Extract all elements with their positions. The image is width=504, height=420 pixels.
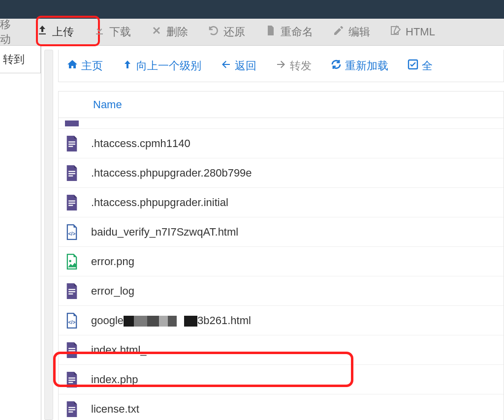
svg-text:</>: </> — [68, 319, 76, 325]
file-name: error.png — [91, 255, 134, 268]
file-name: .htaccess.phpupgrader.initial — [91, 196, 228, 209]
compose-icon — [390, 25, 402, 39]
main-toolbar: 移动 上传 下载 删除 还原 重命名 编辑 — [0, 19, 504, 46]
arrow-left-icon — [220, 59, 232, 73]
delete-button-label: 删除 — [166, 25, 188, 39]
upload-button[interactable]: 上传 — [27, 19, 84, 46]
file-doc-icon — [64, 165, 79, 181]
pencil-icon — [333, 25, 345, 39]
delete-icon — [151, 25, 162, 39]
file-icon — [265, 25, 277, 39]
upload-icon — [36, 25, 48, 39]
rename-button-label: 重命名 — [281, 25, 313, 39]
upload-button-label: 上传 — [52, 25, 74, 39]
svg-point-3 — [69, 260, 71, 262]
html-editor-button[interactable]: HTML — [380, 19, 445, 46]
file-row[interactable] — [59, 118, 504, 129]
file-doc-icon — [64, 371, 79, 388]
file-code-icon: </> — [64, 224, 79, 240]
file-name: index.php — [91, 373, 138, 386]
select-all-button[interactable]: 全 — [407, 59, 433, 73]
file-row[interactable]: index.php — [59, 365, 504, 394]
edit-button[interactable]: 编辑 — [323, 19, 380, 46]
file-name: google3b261.html — [91, 314, 251, 327]
file-name: baidu_verify_n7I7SzwqAT.html — [91, 226, 238, 239]
rename-button[interactable]: 重命名 — [255, 19, 323, 46]
file-doc-icon — [64, 283, 79, 300]
file-row[interactable]: error_log — [59, 276, 504, 306]
arrow-right-icon — [275, 59, 287, 73]
file-row[interactable]: error.png — [59, 247, 504, 276]
reload-button[interactable]: 重新加载 — [330, 59, 388, 73]
html-editor-button-label: HTML — [406, 26, 435, 38]
file-name: index.html_ — [91, 344, 147, 357]
file-image-icon — [64, 253, 79, 270]
forward-button-label: 转发 — [290, 59, 312, 73]
home-button[interactable]: 主页 — [66, 59, 103, 73]
file-row[interactable]: .htaccess.phpupgrader.280b799e — [59, 158, 504, 188]
up-level-button[interactable]: 向上一个级别 — [122, 59, 201, 73]
edit-button-label: 编辑 — [348, 25, 370, 39]
table-header-name[interactable]: Name — [59, 91, 504, 118]
arrow-up-icon — [122, 59, 133, 73]
left-sidebar: 转到 — [0, 46, 41, 420]
delete-button[interactable]: 删除 — [141, 19, 198, 46]
back-button[interactable]: 返回 — [220, 59, 256, 73]
file-code-icon: </> — [64, 312, 79, 329]
select-all-button-label: 全 — [422, 59, 433, 73]
svg-text:</>: </> — [68, 231, 76, 236]
file-row[interactable]: </>google3b261.html — [59, 306, 504, 335]
file-name: .htaccess.cpmh1140 — [91, 137, 190, 150]
undo-icon — [208, 25, 220, 39]
file-row[interactable]: license.txt — [59, 394, 504, 420]
navigation-toolbar: 主页 向上一个级别 返回 转发 — [58, 50, 504, 82]
check-square-icon — [407, 59, 419, 73]
home-icon — [66, 59, 78, 73]
restore-button-label: 还原 — [223, 25, 245, 39]
reload-button-label: 重新加载 — [345, 59, 388, 73]
file-name: .htaccess.phpupgrader.280b799e — [91, 167, 252, 180]
file-doc-icon — [64, 342, 79, 359]
up-level-button-label: 向上一个级别 — [136, 59, 201, 73]
back-button-label: 返回 — [235, 59, 256, 73]
window-titlebar — [0, 0, 504, 19]
file-doc-icon — [64, 135, 79, 152]
column-name-label: Name — [93, 98, 122, 111]
file-doc-icon — [64, 194, 79, 211]
file-row[interactable]: index.html_ — [59, 335, 504, 365]
move-button[interactable]: 移动 — [0, 19, 27, 46]
download-button[interactable]: 下载 — [84, 19, 141, 46]
move-button-label: 移动 — [0, 17, 17, 47]
file-name: license.txt — [91, 403, 139, 416]
restore-button[interactable]: 还原 — [198, 19, 255, 46]
sidebar-scrollbar[interactable] — [44, 50, 53, 420]
goto-button[interactable]: 转到 — [0, 46, 41, 73]
reload-icon — [330, 59, 342, 73]
download-button-label: 下载 — [109, 25, 131, 39]
file-row[interactable]: .htaccess.phpupgrader.initial — [59, 188, 504, 217]
file-table: Name .htaccess.cpmh1140.htaccess.phpupgr… — [58, 91, 504, 420]
file-doc-icon — [64, 401, 79, 418]
download-icon — [94, 25, 105, 39]
file-row[interactable]: </>baidu_verify_n7I7SzwqAT.html — [59, 217, 504, 247]
goto-button-label: 转到 — [3, 52, 25, 67]
forward-button[interactable]: 转发 — [275, 59, 312, 73]
file-name: error_log — [91, 285, 134, 298]
home-button-label: 主页 — [81, 59, 103, 73]
file-row[interactable]: .htaccess.cpmh1140 — [59, 129, 504, 158]
